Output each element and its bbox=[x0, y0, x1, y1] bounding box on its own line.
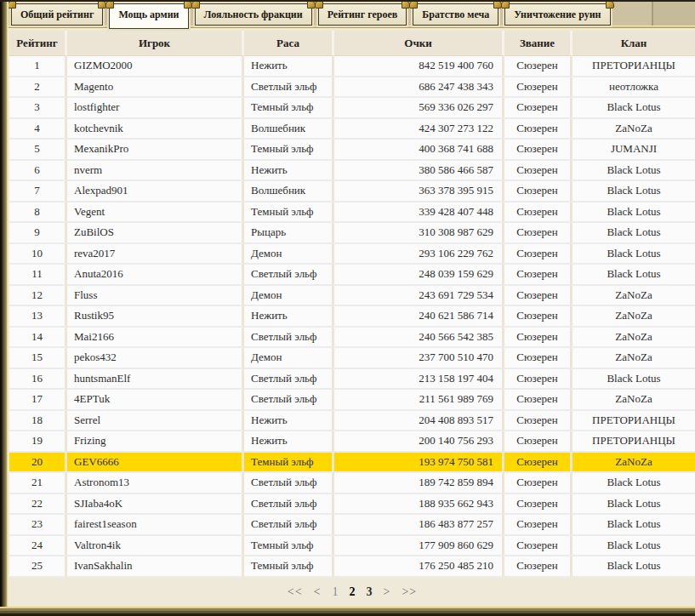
cell-clan: Black Lotus bbox=[573, 265, 695, 286]
table-row: 12FlussДемон243 691 729 534СюзеренZaNoZa bbox=[9, 286, 695, 307]
cell-points: 363 378 395 915 bbox=[334, 181, 504, 202]
pagination-page-1[interactable]: 1 bbox=[333, 585, 339, 599]
cell-points: 188 935 662 943 bbox=[334, 494, 504, 516]
cell-race: Светлый эльф bbox=[244, 369, 334, 391]
pagination-next-button[interactable]: > bbox=[384, 585, 391, 599]
cell-points: 569 336 026 297 bbox=[334, 98, 504, 119]
cell-clan: Black Lotus bbox=[573, 244, 695, 265]
cell-rank: 12 bbox=[9, 286, 67, 307]
table-row: 1GIZMO2000Нежить842 519 400 760СюзеренПР… bbox=[9, 56, 695, 77]
cell-rank: 18 bbox=[9, 411, 67, 432]
cell-title: Сюзерен bbox=[504, 494, 573, 516]
column-header-race: Раса bbox=[244, 31, 334, 56]
tab-faction-loyalty[interactable]: Лояльность фракции bbox=[195, 3, 312, 26]
cell-race: Светлый эльф bbox=[244, 328, 334, 349]
table-row: 19FrizingНежить200 140 756 293СюзеренПРЕ… bbox=[9, 431, 695, 453]
cell-player: reva2017 bbox=[67, 244, 244, 265]
cell-clan: JUMANJI bbox=[573, 140, 695, 161]
cell-race: Светлый эльф bbox=[244, 494, 334, 516]
cell-race: Темный эльф bbox=[244, 536, 334, 557]
cell-points: 186 483 877 257 bbox=[334, 515, 504, 536]
pagination-first-button[interactable]: << bbox=[288, 585, 303, 599]
tab-corner-ornament-icon bbox=[606, 0, 614, 9]
cell-race: Темный эльф bbox=[244, 98, 334, 119]
cell-rank: 5 bbox=[9, 140, 67, 161]
cell-points: 400 368 741 688 bbox=[334, 140, 504, 161]
cell-rank: 10 bbox=[9, 244, 67, 265]
window-frame-left bbox=[0, 2, 9, 616]
table-row: 4kotchevnikВолшебник424 307 273 122Сюзер… bbox=[9, 119, 695, 140]
pagination-page-2[interactable]: 2 bbox=[350, 585, 356, 599]
table-row: 18SerrelНежить204 408 893 517СюзеренПРЕТ… bbox=[9, 411, 695, 432]
cell-player: Vegent bbox=[67, 202, 244, 224]
pagination-prev-button[interactable]: < bbox=[314, 585, 322, 599]
tab-army-power[interactable]: Мощь армии bbox=[109, 3, 188, 29]
cell-points: 380 586 466 587 bbox=[334, 161, 504, 182]
cell-race: Темный эльф bbox=[244, 202, 334, 224]
cell-points: 189 742 859 894 bbox=[334, 473, 504, 494]
cell-race: Демон bbox=[244, 286, 334, 307]
cell-title: Сюзерен bbox=[504, 223, 573, 244]
table-row: 10reva2017Демон293 106 229 762СюзеренBla… bbox=[9, 244, 695, 265]
tab-corner-ornament-icon bbox=[8, 0, 16, 9]
table-header-row: Рейтинг Игрок Раса Очки Звание Клан bbox=[9, 31, 695, 56]
cell-clan: Black Lotus bbox=[573, 223, 695, 244]
cell-title: Сюзерен bbox=[504, 306, 573, 328]
cell-title: Сюзерен bbox=[504, 77, 573, 99]
cell-clan: Black Lotus bbox=[573, 473, 695, 494]
cell-points: 176 250 485 210 bbox=[334, 556, 504, 578]
table-row: 3lostfighterТемный эльф569 336 026 297Сю… bbox=[9, 98, 695, 119]
cell-clan: Black Lotus bbox=[573, 98, 695, 119]
cell-rank: 25 bbox=[9, 556, 67, 578]
column-header-points: Очки bbox=[334, 31, 504, 56]
cell-title: Сюзерен bbox=[504, 56, 573, 77]
cell-rank: 24 bbox=[9, 536, 67, 557]
cell-race: Волшебник bbox=[244, 181, 334, 202]
table-row: 14Mai2166Светлый эльф240 566 542 385Сюзе… bbox=[9, 328, 695, 349]
cell-clan: Black Lotus bbox=[573, 515, 695, 536]
cell-points: 204 408 893 517 bbox=[334, 411, 504, 432]
cell-clan: неотложка bbox=[573, 77, 695, 99]
tab-overall-rating[interactable]: Общий рейтинг bbox=[11, 3, 103, 26]
cell-rank: 2 bbox=[9, 77, 67, 99]
cell-race: Нежить bbox=[244, 431, 334, 453]
cell-rank: 22 bbox=[9, 494, 67, 516]
cell-race: Демон bbox=[244, 244, 334, 265]
cell-player: Mai2166 bbox=[67, 328, 244, 349]
cell-title: Сюзерен bbox=[504, 369, 573, 391]
cell-rank: 21 bbox=[9, 473, 67, 494]
cell-clan: Black Lotus bbox=[573, 369, 695, 391]
cell-rank: 6 bbox=[9, 161, 67, 182]
cell-points: 248 039 159 629 bbox=[334, 265, 504, 286]
table-row: 21Astronom13Светлый эльф189 742 859 894С… bbox=[9, 473, 695, 494]
cell-race: Светлый эльф bbox=[244, 390, 334, 411]
cell-title: Сюзерен bbox=[504, 181, 573, 202]
tab-bar: Общий рейтингМощь армииЛояльность фракци… bbox=[0, 2, 695, 28]
cell-player: huntsmanElf bbox=[67, 369, 244, 391]
column-header-title: Звание bbox=[504, 31, 573, 56]
cell-rank: 14 bbox=[9, 328, 67, 349]
table-row: 11Anuta2016Светлый эльф248 039 159 629Сю… bbox=[9, 265, 695, 286]
tab-ruins-destruction[interactable]: Уничтожение руин bbox=[504, 3, 610, 26]
cell-clan: Black Lotus bbox=[573, 202, 695, 224]
tab-label: Рейтинг героев bbox=[328, 9, 398, 20]
cell-points: 842 519 400 760 bbox=[334, 56, 504, 77]
tab-hero-rating[interactable]: Рейтинг героев bbox=[318, 3, 407, 26]
cell-rank: 17 bbox=[9, 390, 67, 411]
cell-points: 237 700 510 470 bbox=[334, 348, 504, 369]
cell-rank: 3 bbox=[9, 98, 67, 119]
table-row-highlighted: 20GEV6666Темный эльф193 974 750 581Сюзер… bbox=[9, 453, 695, 474]
rating-window: Общий рейтингМощь армииЛояльность фракци… bbox=[0, 0, 695, 616]
cell-points: 240 621 586 714 bbox=[334, 306, 504, 328]
cell-player: SJIaba4oK bbox=[67, 494, 244, 516]
tab-sword-brotherhood[interactable]: Братство меча bbox=[413, 3, 498, 26]
cell-race: Темный эльф bbox=[244, 453, 334, 474]
cell-rank: 9 bbox=[9, 223, 67, 244]
pagination-page-3[interactable]: 3 bbox=[367, 585, 373, 599]
cell-race: Нежить bbox=[244, 306, 334, 328]
cell-title: Сюзерен bbox=[504, 244, 573, 265]
cell-clan: Black Lotus bbox=[573, 181, 695, 202]
pagination-last-button[interactable]: >> bbox=[402, 585, 417, 599]
cell-title: Сюзерен bbox=[504, 390, 573, 411]
tab-corner-ornament-icon bbox=[184, 0, 192, 9]
